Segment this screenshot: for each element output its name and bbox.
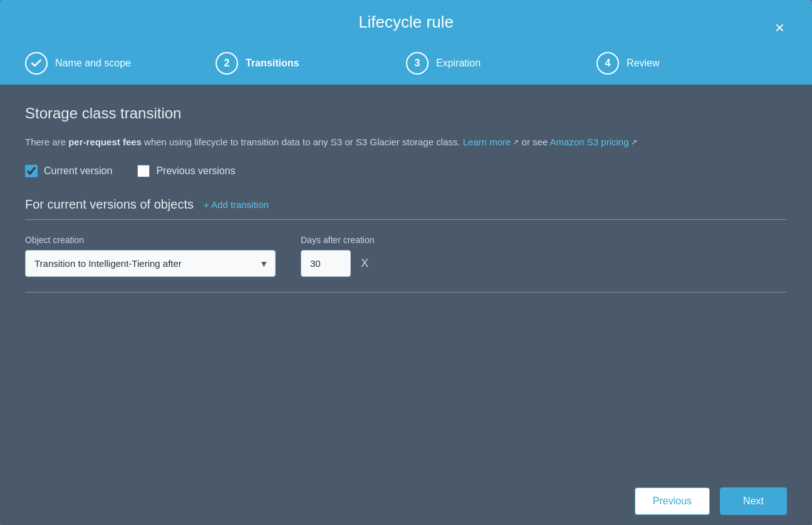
step-1-circle xyxy=(25,52,48,75)
object-creation-select-wrapper: Transition to Intelligent-Tiering after … xyxy=(25,250,276,277)
info-text-1: There are xyxy=(25,137,68,147)
amazon-pricing-link[interactable]: Amazon S3 pricing xyxy=(550,137,629,147)
step-2-label: Transitions xyxy=(246,58,299,69)
object-creation-label: Object creation xyxy=(25,235,276,245)
previous-button[interactable]: Previous xyxy=(635,487,710,515)
step-expiration[interactable]: 3 Expiration xyxy=(406,52,596,85)
step-review[interactable]: 4 Review xyxy=(596,52,787,85)
modal: Lifecycle rule × Name and scope 2 Transi… xyxy=(0,0,812,525)
days-input[interactable] xyxy=(301,250,351,277)
next-button[interactable]: Next xyxy=(720,487,787,515)
bottom-divider xyxy=(25,292,787,293)
step-transitions[interactable]: 2 Transitions xyxy=(216,52,406,85)
current-version-checkbox-item[interactable]: Current version xyxy=(25,165,112,177)
for-current-row: For current versions of objects + Add tr… xyxy=(25,197,787,212)
modal-header: Lifecycle rule × Name and scope 2 Transi… xyxy=(0,0,812,85)
step-name-scope[interactable]: Name and scope xyxy=(25,52,216,85)
days-input-wrapper: X xyxy=(301,250,375,277)
modal-title: Lifecycle rule xyxy=(358,13,454,32)
fields-row: Object creation Transition to Intelligen… xyxy=(25,235,787,277)
external-icon-1: ↗ xyxy=(513,137,519,148)
top-divider xyxy=(25,219,787,220)
current-version-checkbox[interactable] xyxy=(25,165,38,177)
days-group: Days after creation X xyxy=(301,235,375,277)
step-4-circle: 4 xyxy=(596,52,619,75)
stepper: Name and scope 2 Transitions 3 Expiratio… xyxy=(25,42,787,85)
step-2-number: 2 xyxy=(224,58,230,69)
info-paragraph: There are per-request fees when using li… xyxy=(25,135,787,150)
main-content: Storage class transition There are per-r… xyxy=(0,85,812,477)
step-1-label: Name and scope xyxy=(55,58,131,69)
remove-transition-button[interactable]: X xyxy=(358,254,371,273)
days-label: Days after creation xyxy=(301,235,375,245)
step-4-label: Review xyxy=(627,58,659,69)
section-title: Storage class transition xyxy=(25,105,787,122)
info-bold: per-request fees xyxy=(68,137,142,147)
external-icon-2: ↗ xyxy=(631,137,637,148)
step-3-circle: 3 xyxy=(406,52,429,75)
previous-versions-label: Previous versions xyxy=(156,165,235,177)
previous-versions-checkbox[interactable] xyxy=(137,165,150,177)
checkmark-icon xyxy=(30,57,43,70)
object-creation-select[interactable]: Transition to Intelligent-Tiering after … xyxy=(25,250,276,277)
title-row: Lifecycle rule × xyxy=(25,13,787,42)
checkbox-row: Current version Previous versions xyxy=(25,165,787,177)
add-transition-button[interactable]: + Add transition xyxy=(204,199,269,210)
info-text-3: or see xyxy=(519,137,549,147)
current-version-label: Current version xyxy=(44,165,112,177)
step-2-circle: 2 xyxy=(216,52,238,75)
learn-more-link[interactable]: Learn more xyxy=(463,137,511,147)
modal-footer: Previous Next xyxy=(0,477,812,525)
object-creation-group: Object creation Transition to Intelligen… xyxy=(25,235,276,277)
info-text-2: when using lifecycle to transition data … xyxy=(142,137,463,147)
step-3-number: 3 xyxy=(415,58,420,69)
for-current-title: For current versions of objects xyxy=(25,197,194,212)
close-button[interactable]: × xyxy=(773,17,787,38)
step-3-label: Expiration xyxy=(436,58,481,69)
step-4-number: 4 xyxy=(605,58,611,69)
previous-versions-checkbox-item[interactable]: Previous versions xyxy=(137,165,235,177)
